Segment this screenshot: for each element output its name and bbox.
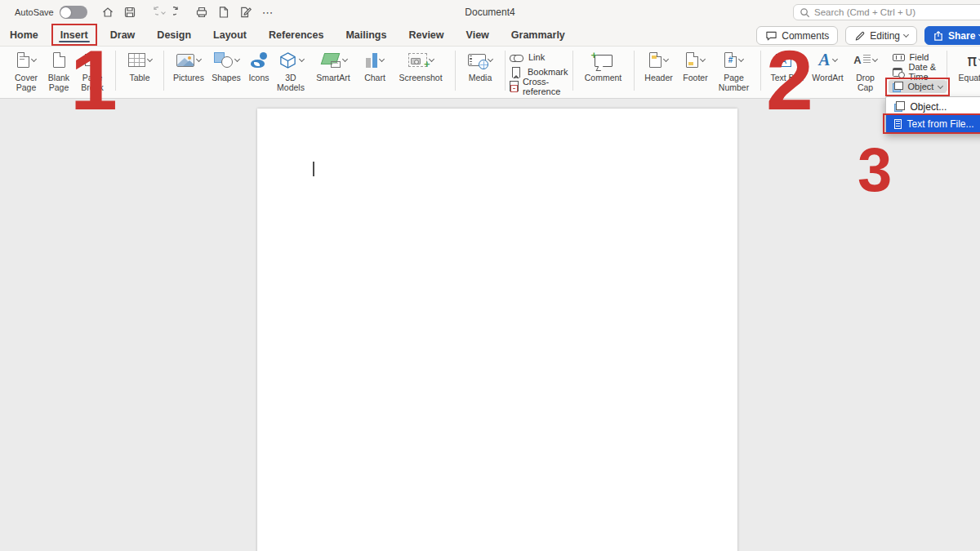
group-pages: Cover Page Blank Page Page Break [4, 47, 115, 98]
page-break-icon [84, 49, 100, 71]
undo-chevron-icon[interactable] [161, 10, 166, 15]
group-media: Media [456, 47, 505, 98]
ribbon: Cover Page Blank Page Page Break Table P… [0, 47, 980, 99]
group-symbols: π Equation Ω Advanced Symbol [947, 47, 980, 98]
header-icon [649, 49, 668, 71]
more-options-icon[interactable]: ⋯ [262, 6, 274, 19]
tab-layout[interactable]: Layout [212, 27, 248, 43]
wordart-button[interactable]: A WordArt [809, 49, 847, 82]
date-time-icon [893, 68, 902, 77]
print-icon[interactable] [194, 5, 209, 20]
blank-page-icon [53, 49, 65, 71]
link-button[interactable]: Link [506, 51, 572, 64]
wordart-icon: A [819, 49, 837, 71]
text-box-button[interactable]: A Text Box [768, 49, 806, 82]
link-icon [510, 53, 523, 62]
tab-design[interactable]: Design [155, 27, 193, 43]
header-button[interactable]: Header [642, 49, 676, 82]
pencil-icon [854, 30, 866, 42]
table-button[interactable]: Table [123, 49, 156, 82]
group-text: A Text Box A WordArt A Drop Cap [761, 47, 889, 98]
tab-view[interactable]: View [465, 27, 491, 43]
group-table: Table [116, 47, 163, 98]
save-as-icon[interactable] [238, 5, 253, 20]
comment-bubble-icon [765, 30, 777, 42]
media-icon [468, 49, 492, 71]
share-icon [933, 30, 944, 42]
document-page[interactable] [257, 109, 737, 551]
screenshot-button[interactable]: + Screenshot [394, 49, 448, 82]
3d-cube-icon [278, 49, 304, 71]
save-icon[interactable] [122, 5, 137, 20]
title-bar: AutoSave ⋯ Document4 [0, 0, 980, 24]
group-illustrations: Pictures Shapes Icons 3D Models SmartArt… [164, 47, 455, 98]
share-button[interactable]: Share [924, 26, 980, 45]
cross-reference-icon [510, 81, 518, 92]
date-time-button[interactable]: Date & Time [889, 65, 947, 78]
menu-item-object[interactable]: Object... [886, 98, 980, 115]
equation-button[interactable]: π Equation [955, 49, 980, 82]
smartart-button[interactable]: SmartArt [310, 49, 356, 82]
icons-duck-icon [251, 49, 268, 71]
drop-cap-button[interactable]: A Drop Cap [850, 49, 881, 93]
icons-button[interactable]: Icons [247, 49, 271, 82]
tab-review[interactable]: Review [407, 27, 445, 43]
autosave-toggle[interactable] [60, 6, 87, 19]
footer-button[interactable]: Footer [679, 49, 712, 82]
pictures-button[interactable]: Pictures [172, 49, 206, 82]
undo-icon[interactable] [145, 5, 159, 20]
comment-button[interactable]: + Comment [581, 49, 626, 82]
text-box-icon: A [776, 49, 798, 71]
redo-icon[interactable] [172, 5, 187, 20]
document-area [0, 100, 980, 551]
page-number-button[interactable]: # Page Number [715, 49, 753, 93]
step3-highlight-box [883, 113, 980, 134]
tab-mailings[interactable]: Mailings [344, 27, 388, 43]
group-comments: + Comment [573, 47, 634, 98]
footer-icon [686, 49, 705, 71]
editing-button[interactable]: Editing [845, 26, 917, 45]
chart-icon [366, 49, 384, 71]
object-icon [894, 101, 905, 112]
group-header-footer: Header Footer # Page Number [635, 47, 760, 98]
shapes-button[interactable]: Shapes [209, 49, 243, 82]
chevron-down-icon [903, 32, 909, 38]
tab-home[interactable]: Home [8, 27, 40, 43]
search-input[interactable] [814, 7, 961, 17]
tab-insert[interactable]: Insert [59, 27, 90, 43]
equation-pi-icon: π [967, 49, 980, 71]
chart-button[interactable]: Chart [359, 49, 390, 82]
pictures-icon [176, 49, 201, 71]
toggle-knob [60, 7, 71, 18]
field-icon [893, 54, 905, 61]
shapes-icon [214, 49, 239, 71]
tab-draw[interactable]: Draw [109, 27, 137, 43]
comments-button[interactable]: Comments [756, 26, 838, 45]
tab-grammarly[interactable]: Grammarly [510, 27, 567, 43]
new-comment-icon: + [595, 49, 612, 71]
table-icon [128, 49, 152, 71]
group-links: Link Bookmark Cross-reference [506, 47, 572, 98]
page-break-button[interactable]: Page Break [77, 49, 108, 93]
object-button[interactable]: Object Object... Text from File... [889, 80, 947, 93]
text-cursor [313, 162, 314, 176]
autosave-label: AutoSave [15, 7, 54, 17]
cross-reference-button[interactable]: Cross-reference [506, 80, 572, 93]
tab-references[interactable]: References [267, 27, 325, 43]
smartart-icon [320, 49, 347, 71]
menu-item-text-from-file[interactable]: Text from File... [886, 115, 980, 132]
step2-highlight-box [885, 78, 951, 96]
3d-models-button[interactable]: 3D Models [274, 49, 307, 93]
group-field-object: Field Date & Time Object Object... Text … [889, 47, 947, 98]
object-dropdown-menu: Object... Text from File... [885, 96, 980, 134]
blank-page-button[interactable]: Blank Page [44, 49, 74, 93]
media-button[interactable]: Media [463, 49, 497, 82]
drop-cap-icon: A [853, 49, 876, 71]
home-icon[interactable] [100, 5, 115, 20]
search-box[interactable] [793, 4, 980, 20]
cover-page-icon [17, 49, 36, 71]
screenshot-icon: + [408, 49, 434, 71]
cover-page-button[interactable]: Cover Page [11, 49, 41, 93]
new-document-icon[interactable] [216, 5, 231, 20]
page-number-icon: # [724, 49, 743, 71]
